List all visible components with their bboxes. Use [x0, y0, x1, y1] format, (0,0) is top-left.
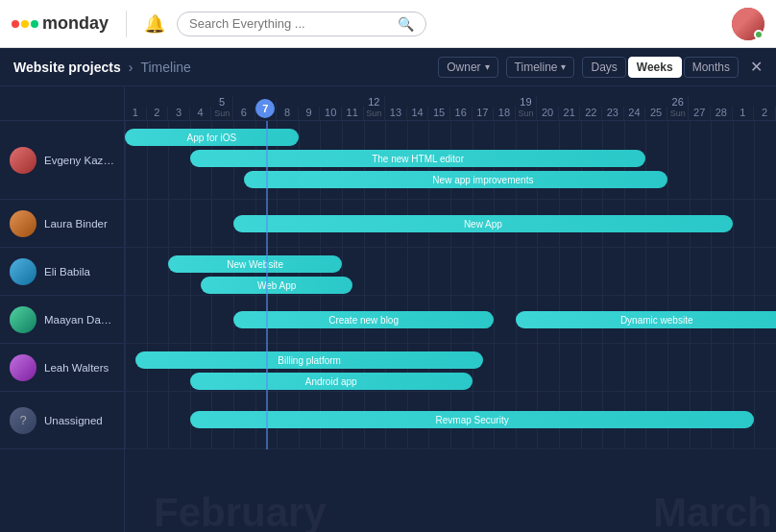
logo-dot-yellow: [21, 20, 29, 28]
date-cell-5: 6: [233, 107, 255, 120]
timeline-container: Evgeny Kazinec Laura Binder Eli Babila M…: [0, 86, 776, 532]
search-input[interactable]: [189, 16, 398, 31]
date-cell-29: 2: [754, 107, 776, 120]
gantt-bar-5[interactable]: New Website: [168, 255, 342, 273]
avatar-wrap[interactable]: [732, 8, 764, 40]
logo-dots: [12, 20, 38, 28]
date-cell-25: 26Sun: [667, 96, 690, 120]
gantt-bar-10[interactable]: Android app: [190, 373, 473, 390]
date-cell-23: 24: [624, 107, 646, 120]
gantt-bar-6[interactable]: Web App: [201, 277, 352, 294]
breadcrumb-title: Website projects: [13, 60, 121, 75]
view-toggle: Days Weeks Months: [582, 57, 739, 78]
date-cell-9: 10: [320, 107, 342, 120]
owners-panel: Evgeny Kazinec Laura Binder Eli Babila M…: [0, 86, 125, 532]
date-cell-11: 12Sun: [364, 96, 386, 120]
grid-line-1: [147, 121, 148, 449]
gantt-bar-7[interactable]: Create new blog: [233, 311, 494, 328]
date-cell-1: 2: [147, 107, 169, 120]
grid-line-28: [733, 121, 734, 449]
date-cell-15: 16: [450, 107, 473, 120]
grid-line-0: [125, 121, 126, 449]
nav-divider: [126, 11, 127, 37]
owner-dropdown[interactable]: Owner ▾: [438, 57, 497, 78]
weeks-view-btn[interactable]: Weeks: [628, 57, 682, 78]
owner-name-unassigned: Unassigned: [44, 415, 103, 426]
logo-text: monday: [42, 13, 109, 34]
date-cell-10: 11: [342, 107, 364, 120]
owner-avatar-maayan: [10, 306, 36, 333]
owner-row-eli: Eli Babila: [0, 248, 124, 296]
months-view-btn[interactable]: Months: [684, 57, 739, 78]
owner-row-maayan: Maayan Dagan: [0, 296, 124, 344]
date-cell-6: 7: [255, 99, 278, 120]
owner-avatar-leah: [10, 354, 36, 381]
date-cell-7: 8: [277, 107, 299, 120]
date-cell-20: 21: [559, 107, 581, 120]
owner-avatar-unassigned: ?: [10, 407, 36, 434]
timeline-row-leah: Billing platformAndroid app: [125, 344, 776, 392]
owners-header: [0, 86, 124, 121]
top-nav: monday 🔔 🔍: [0, 0, 776, 48]
online-status-dot: [754, 30, 764, 39]
breadcrumb-subtitle: Timeline: [140, 60, 190, 75]
month-label-february: February: [154, 490, 327, 532]
owner-avatar-evgeny: [10, 147, 36, 174]
today-line: [266, 121, 268, 449]
search-bar[interactable]: 🔍: [177, 12, 426, 36]
owner-row-unassigned: ? Unassigned: [0, 392, 124, 449]
date-cell-26: 27: [689, 107, 711, 120]
date-cell-19: 20: [537, 107, 559, 120]
grid-panel: 12345Sun6789101112Sun13141516171819Sun20…: [125, 86, 776, 532]
grid-line-25: [667, 121, 668, 449]
owner-name-laura: Laura Binder: [44, 218, 108, 230]
search-icon: 🔍: [398, 16, 414, 32]
gantt-bar-3[interactable]: New app improvements: [299, 171, 667, 188]
gantt-bar-11[interactable]: Revmap Security: [190, 411, 755, 428]
date-header: 12345Sun6789101112Sun13141516171819Sun20…: [125, 86, 776, 121]
owner-label: Owner: [447, 60, 480, 74]
owner-avatar-laura: [10, 210, 36, 237]
grid-line-3: [190, 121, 191, 449]
date-cell-17: 18: [494, 107, 516, 120]
gantt-bar-1[interactable]: The new HTML editor: [190, 150, 646, 167]
days-view-btn[interactable]: Days: [582, 57, 625, 78]
grid-line-26: [690, 121, 691, 449]
logo-dot-red: [12, 20, 19, 28]
gantt-bar-4[interactable]: New AppFeb 10thFeb 28th: [233, 215, 733, 232]
breadcrumb-bar: Website projects › Timeline Owner ▾ Time…: [0, 48, 776, 86]
gantt-bar-8[interactable]: Dynamic website: [516, 311, 776, 328]
logo: monday: [12, 13, 109, 34]
owner-row-leah: Leah Walters: [0, 344, 124, 392]
owner-name-eli: Eli Babila: [44, 266, 90, 278]
close-button[interactable]: ✕: [750, 58, 763, 76]
gantt-bar-9[interactable]: Billing platform: [135, 351, 483, 369]
date-cell-2: 3: [168, 107, 190, 120]
owner-row-evgeny: Evgeny Kazinec: [0, 121, 124, 200]
logo-dot-green: [31, 20, 38, 28]
grid-line-2: [168, 121, 169, 449]
owner-row-laura: Laura Binder: [0, 200, 124, 248]
date-cell-12: 13: [385, 107, 407, 120]
date-cell-22: 23: [602, 107, 624, 120]
timeline-chevron-icon: ▾: [561, 61, 566, 72]
date-cell-14: 15: [428, 107, 450, 120]
month-label-march: March: [653, 490, 772, 532]
date-cell-27: 28: [711, 107, 733, 120]
date-cell-3: 4: [190, 107, 212, 120]
timeline-rows: App for iOSThe new HTML editorMobile app…: [125, 121, 776, 449]
grid-line-29: [754, 121, 755, 449]
grid-line-27: [711, 121, 712, 449]
owner-name-evgeny: Evgeny Kazinec: [44, 155, 114, 166]
gantt-bar-0[interactable]: App for iOS: [125, 129, 299, 146]
date-cell-13: 14: [407, 107, 429, 120]
breadcrumb-separator: ›: [129, 60, 133, 75]
date-cell-16: 17: [473, 107, 495, 120]
date-cell-28: 1: [733, 107, 755, 120]
owner-avatar-eli: [10, 258, 36, 285]
notification-icon[interactable]: 🔔: [144, 13, 165, 35]
timeline-label: Timeline: [515, 60, 558, 74]
timeline-dropdown[interactable]: Timeline ▾: [506, 57, 575, 78]
owner-name-leah: Leah Walters: [44, 362, 109, 374]
date-cell-18: 19Sun: [516, 96, 538, 120]
